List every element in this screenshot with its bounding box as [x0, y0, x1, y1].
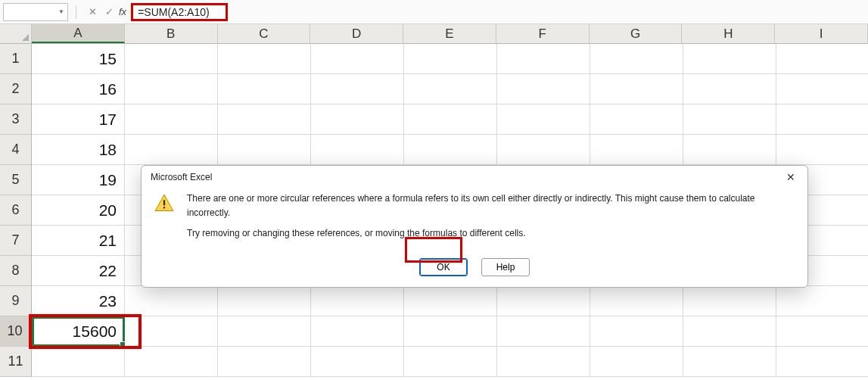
cell-B3[interactable]	[125, 104, 218, 135]
cell-I4[interactable]	[776, 135, 868, 165]
row-header-4[interactable]: 4	[0, 135, 31, 165]
col-header-E[interactable]: E	[403, 24, 496, 43]
cell-A2[interactable]: 16	[32, 74, 125, 104]
cell-E1[interactable]	[404, 44, 497, 74]
cell-B10[interactable]	[125, 316, 218, 347]
ok-button[interactable]: OK	[419, 258, 468, 276]
cell-E4[interactable]	[404, 135, 497, 165]
cell-A1[interactable]: 15	[32, 44, 125, 74]
cell-I9[interactable]	[776, 286, 868, 316]
row-header-3[interactable]: 3	[0, 104, 31, 135]
col-header-D[interactable]: D	[310, 24, 403, 43]
cell-A9[interactable]: 23	[32, 286, 125, 316]
cell-E10[interactable]	[404, 316, 497, 347]
row-9: 23	[32, 286, 868, 316]
cell-A6[interactable]: 20	[32, 195, 125, 226]
cell-A8[interactable]: 22	[32, 256, 125, 286]
cell-D1[interactable]	[311, 44, 404, 74]
col-header-B[interactable]: B	[125, 24, 218, 43]
row-header-8[interactable]: 8	[0, 256, 31, 286]
cell-G4[interactable]	[590, 135, 683, 165]
col-header-G[interactable]: G	[590, 24, 683, 43]
col-header-C[interactable]: C	[218, 24, 311, 43]
dialog-titlebar[interactable]: Microsoft Excel ✕	[142, 166, 807, 188]
cell-B1[interactable]	[125, 44, 218, 74]
col-header-A[interactable]: A	[32, 24, 125, 43]
cell-B9[interactable]	[125, 286, 218, 316]
cell-B2[interactable]	[125, 74, 218, 104]
cell-C2[interactable]	[218, 74, 311, 104]
select-all-corner[interactable]	[0, 24, 32, 44]
cell-C3[interactable]	[218, 104, 311, 135]
cell-A4[interactable]: 18	[32, 135, 125, 165]
cell-F10[interactable]	[497, 316, 590, 347]
cell-B11[interactable]	[125, 347, 218, 377]
cell-G1[interactable]	[590, 44, 683, 74]
cell-F4[interactable]	[497, 135, 590, 165]
cell-D10[interactable]	[311, 316, 404, 347]
cell-G3[interactable]	[590, 104, 683, 135]
help-button[interactable]: Help	[481, 258, 530, 276]
row-header-11[interactable]: 11	[0, 347, 31, 377]
cell-A10[interactable]: 15600	[32, 316, 125, 347]
cell-C4[interactable]	[218, 135, 311, 165]
cell-H10[interactable]	[683, 316, 776, 347]
cell-I3[interactable]	[776, 104, 868, 135]
cell-E3[interactable]	[404, 104, 497, 135]
col-header-F[interactable]: F	[496, 24, 590, 43]
col-header-H[interactable]: H	[682, 24, 775, 43]
cell-G11[interactable]	[590, 347, 683, 377]
cell-A11[interactable]	[32, 347, 125, 377]
cell-A7[interactable]: 21	[32, 226, 125, 256]
name-box-dropdown-icon[interactable]: ▼	[58, 8, 64, 15]
cell-H1[interactable]	[683, 44, 776, 74]
cell-E11[interactable]	[404, 347, 497, 377]
cell-A3[interactable]: 17	[32, 104, 125, 135]
cell-D11[interactable]	[311, 347, 404, 377]
cell-C1[interactable]	[218, 44, 311, 74]
cell-G10[interactable]	[590, 316, 683, 347]
cell-E2[interactable]	[404, 74, 497, 104]
row-header-7[interactable]: 7	[0, 226, 31, 256]
formula-input[interactable]: =SUM(A2:A10)	[131, 3, 228, 21]
row-header-6[interactable]: 6	[0, 195, 31, 226]
row-header-5[interactable]: 5	[0, 165, 31, 195]
cell-C11[interactable]	[218, 347, 311, 377]
cell-B4[interactable]	[125, 135, 218, 165]
row-header-1[interactable]: 1	[0, 44, 31, 74]
cell-H11[interactable]	[683, 347, 776, 377]
warning-icon	[154, 193, 176, 248]
cell-H4[interactable]	[683, 135, 776, 165]
cell-C10[interactable]	[218, 316, 311, 347]
cell-H2[interactable]	[683, 74, 776, 104]
name-box[interactable]: ▼	[3, 3, 68, 21]
cell-F1[interactable]	[497, 44, 590, 74]
row-header-9[interactable]: 9	[0, 286, 31, 316]
row-header-10[interactable]: 10	[0, 316, 31, 347]
cell-H9[interactable]	[683, 286, 776, 316]
cell-C9[interactable]	[218, 286, 311, 316]
cell-I1[interactable]	[776, 44, 868, 74]
cell-D4[interactable]	[311, 135, 404, 165]
cell-D9[interactable]	[311, 286, 404, 316]
fx-label[interactable]: fx	[119, 6, 126, 17]
accept-formula-icon[interactable]: ✓	[101, 4, 117, 20]
cell-F9[interactable]	[497, 286, 590, 316]
close-icon[interactable]: ✕	[780, 169, 801, 185]
cell-I10[interactable]	[776, 316, 868, 347]
cell-F3[interactable]	[497, 104, 590, 135]
cancel-formula-icon[interactable]: ✕	[84, 4, 101, 20]
cell-F11[interactable]	[497, 347, 590, 377]
cell-G9[interactable]	[590, 286, 683, 316]
cell-F2[interactable]	[497, 74, 590, 104]
cell-E9[interactable]	[404, 286, 497, 316]
cell-D3[interactable]	[311, 104, 404, 135]
row-header-2[interactable]: 2	[0, 74, 31, 104]
cell-A5[interactable]: 19	[32, 165, 125, 195]
cell-D2[interactable]	[311, 74, 404, 104]
col-header-I[interactable]: I	[775, 24, 868, 43]
cell-I2[interactable]	[776, 74, 868, 104]
cell-I11[interactable]	[776, 347, 868, 377]
cell-G2[interactable]	[590, 74, 683, 104]
cell-H3[interactable]	[683, 104, 776, 135]
